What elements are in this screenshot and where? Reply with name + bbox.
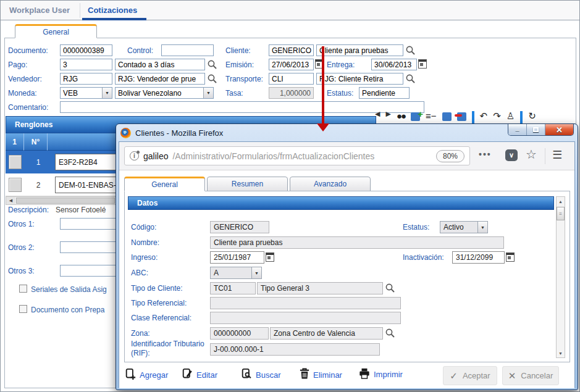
tab-resumen[interactable]: Resumen xyxy=(207,177,288,191)
codigo-input: GENERICO xyxy=(210,221,269,233)
pago-search-icon[interactable] xyxy=(207,59,217,70)
tab-workplace-user[interactable]: Workplace User xyxy=(9,6,70,15)
box-icon[interactable] xyxy=(442,112,452,121)
seriales-checkbox[interactable] xyxy=(19,285,27,293)
undo-icon[interactable]: ↶ xyxy=(480,110,488,122)
cliente-code-input[interactable]: GENERICO xyxy=(269,44,314,56)
scroll-thumb[interactable] xyxy=(16,198,115,204)
combo-arrow-icon[interactable]: ▼ xyxy=(203,88,213,98)
cliente-name-input[interactable]: Cliente para pruebas xyxy=(316,44,403,56)
scroll-down-icon[interactable]: ▼ xyxy=(557,349,565,357)
datos-panel: Datos Código: GENERICO Estatus: Activo ▼… xyxy=(124,191,570,362)
moneda-name-combo[interactable]: Bolivar Venezolano ▼ xyxy=(115,87,214,99)
combo-arrow-icon[interactable]: ▼ xyxy=(477,222,487,233)
control-input[interactable] xyxy=(161,44,214,56)
person-icon[interactable]: ♙ xyxy=(506,110,515,122)
browser-navbar: i galileo /Administrativo/Formularios/fr… xyxy=(119,142,574,170)
seriales-checkbox-label: Seriales de Salida Asig xyxy=(31,285,107,294)
tab-general-popup[interactable]: General xyxy=(124,177,205,191)
entrega-calendar-icon[interactable] xyxy=(418,59,427,69)
pocket-icon[interactable]: ∨ xyxy=(505,149,518,161)
combo-arrow-icon[interactable]: ▼ xyxy=(251,267,261,278)
url-path: /Administrativo/Formularios/frmActualiza… xyxy=(172,151,431,161)
list-minus-icon[interactable]: ≡− xyxy=(426,110,437,122)
panel-vertical-scrollbar[interactable]: ▲ ≡ ▼ xyxy=(556,196,565,358)
popup-body: i galileo /Administrativo/Formularios/fr… xyxy=(119,141,575,388)
transporte-search-icon[interactable] xyxy=(405,73,416,84)
menu-hamburger-icon[interactable]: ☰ xyxy=(552,148,562,162)
inactivacion-input[interactable]: 31/12/2099 xyxy=(452,251,505,264)
estatus-input-main[interactable]: Pendiente xyxy=(359,87,410,99)
row-selector[interactable] xyxy=(9,178,22,192)
inactivacion-calendar-icon[interactable] xyxy=(506,252,515,262)
vendedor-code-input[interactable]: RJG xyxy=(60,73,112,85)
comentario-input[interactable] xyxy=(60,101,424,113)
moneda-code-combo[interactable]: VEB ▼ xyxy=(60,87,112,99)
navbar-separator xyxy=(545,148,545,164)
control-label: Control: xyxy=(127,46,153,55)
zona-search-icon[interactable] xyxy=(385,328,395,338)
url-host: galileo xyxy=(143,151,168,161)
ingreso-input[interactable]: 25/01/1987 xyxy=(210,251,264,264)
documento-input[interactable]: 0000000389 xyxy=(60,44,112,56)
add-item-icon[interactable]: + xyxy=(411,112,420,121)
agregar-button[interactable]: Agregar xyxy=(125,368,168,382)
vendedor-search-icon[interactable] xyxy=(207,73,217,84)
scroll-left-icon[interactable]: ◀ xyxy=(6,197,15,204)
imprimir-button[interactable]: Imprimir xyxy=(359,368,403,381)
aceptar-button[interactable]: ✓ Aceptar xyxy=(443,366,497,385)
editar-button[interactable]: Editar xyxy=(182,368,217,382)
site-info-icon[interactable]: i xyxy=(130,151,139,161)
redo-icon[interactable]: ↷ xyxy=(493,110,501,122)
inactivacion-label: Inactivación: xyxy=(403,253,444,262)
maximize-button[interactable] xyxy=(527,124,545,135)
descripcion-label: Descripción: xyxy=(8,206,49,214)
emision-input[interactable]: 27/06/2013 xyxy=(269,59,314,70)
tab-avanzado[interactable]: Avanzado xyxy=(290,177,371,191)
scroll-up-icon[interactable]: ▲ xyxy=(557,197,565,206)
bookmark-star-icon[interactable]: ☆ xyxy=(526,147,537,162)
url-bar[interactable]: i galileo /Administrativo/Formularios/fr… xyxy=(124,146,470,165)
pager-right-icon[interactable]: ▶ xyxy=(385,110,390,118)
doc-plus-icon xyxy=(125,368,136,382)
printer-icon xyxy=(359,368,370,381)
combo-arrow-icon[interactable]: ▼ xyxy=(102,88,112,98)
estatus-combo[interactable]: Activo ▼ xyxy=(440,221,488,233)
pago-name-input[interactable]: Contado a 3 días xyxy=(115,59,205,70)
ingreso-calendar-icon[interactable] xyxy=(266,252,274,262)
zoom-level-badge[interactable]: 80% xyxy=(436,150,464,162)
row-selector[interactable] xyxy=(9,155,22,169)
tipo-cliente-search-icon[interactable] xyxy=(385,283,395,293)
entrega-input[interactable]: 30/06/2013 xyxy=(371,59,417,70)
ingreso-label: Ingreso: xyxy=(131,253,158,262)
abc-combo[interactable]: A ▼ xyxy=(210,267,262,279)
prepago-checkbox-label: Documento con Prepa xyxy=(31,306,104,314)
tipo-referencial-label: Tipo Referencial: xyxy=(131,299,187,307)
truck-icon[interactable] xyxy=(457,112,466,121)
trash-icon xyxy=(300,368,309,382)
transporte-code-input[interactable]: CLI xyxy=(269,73,314,85)
pager-left-icon[interactable]: ◀ xyxy=(375,110,380,118)
pago-code-input[interactable]: 3 xyxy=(60,59,112,70)
people-icon[interactable]: ●● xyxy=(397,110,405,122)
cancel-x-icon: ✕ xyxy=(508,370,516,382)
cliente-search-icon[interactable] xyxy=(405,45,416,56)
vendedor-name-input[interactable]: RJG: Vendedor de prue xyxy=(115,73,205,85)
transporte-name-input[interactable]: RJG: Cliente Retira xyxy=(316,73,403,85)
scroll-thumb[interactable]: ≡ xyxy=(557,207,565,220)
window-controls: – ✕ xyxy=(508,124,574,136)
datos-section-header: Datos xyxy=(128,196,554,210)
tab-cotizaciones[interactable]: Cotizaciones xyxy=(88,6,137,15)
popup-titlebar[interactable]: Clientes - Mozilla Firefox – ✕ xyxy=(119,124,575,141)
refresh-icon[interactable]: ↻ xyxy=(528,110,536,122)
page-actions-icon[interactable]: ••• xyxy=(479,149,492,159)
buscar-button[interactable]: Buscar xyxy=(242,368,280,382)
close-button[interactable]: ✕ xyxy=(545,124,573,135)
prepago-checkbox[interactable] xyxy=(19,305,27,313)
cancelar-button[interactable]: ✕ Cancelar xyxy=(502,366,559,385)
tipo-referencial-input xyxy=(210,297,401,309)
otros1-label: Otros 1: xyxy=(8,220,35,228)
eliminar-button[interactable]: Eliminar xyxy=(300,368,342,382)
minimize-button[interactable]: – xyxy=(508,124,527,135)
tab-general-main[interactable]: General xyxy=(15,24,97,38)
